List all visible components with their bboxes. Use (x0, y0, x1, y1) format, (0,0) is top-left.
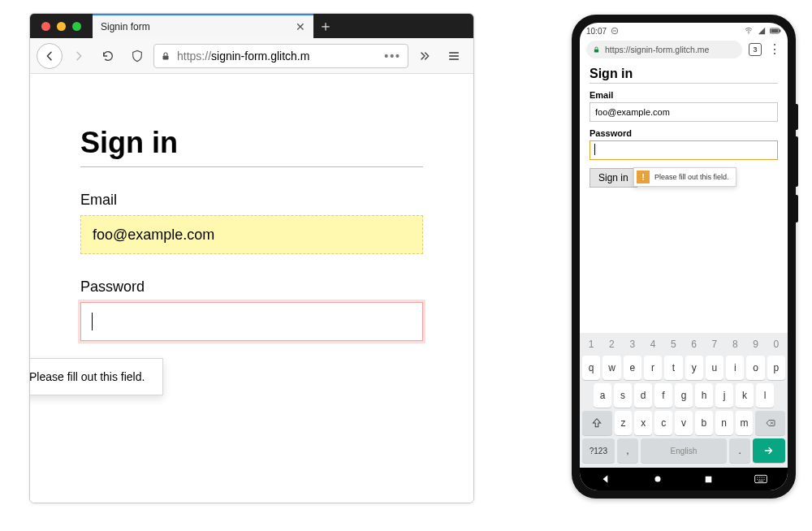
desktop-browser-window: Signin form ✕ ＋ https://signin-form.glit… (29, 13, 474, 503)
key-x[interactable]: x (634, 411, 652, 435)
mobile-url-text: https://signin-form.glitch.me (605, 45, 709, 54)
tab-close-icon[interactable]: ✕ (296, 21, 305, 32)
key-1[interactable]: 1 (582, 336, 600, 352)
page-title: Sign in (80, 126, 423, 167)
nav-recents-icon[interactable] (703, 474, 714, 485)
email-field[interactable] (80, 215, 423, 254)
email-label: Email (590, 90, 778, 100)
backspace-key[interactable] (755, 411, 785, 435)
key-s[interactable]: s (614, 383, 632, 408)
window-minimize-icon[interactable] (57, 22, 66, 31)
key-9[interactable]: 9 (746, 336, 764, 352)
symbols-key[interactable]: ?123 (582, 438, 615, 463)
key-4[interactable]: 4 (644, 336, 662, 352)
back-button[interactable] (37, 43, 63, 69)
key-2[interactable]: 2 (603, 336, 620, 352)
period-key[interactable]: . (729, 438, 750, 463)
svg-rect-0 (163, 55, 169, 59)
key-i[interactable]: i (726, 356, 744, 380)
key-6[interactable]: 6 (685, 336, 703, 352)
validation-tooltip: ! Please fill out this field. (633, 167, 736, 187)
lock-icon (593, 45, 600, 54)
key-5[interactable]: 5 (664, 336, 682, 352)
key-3[interactable]: 3 (624, 336, 641, 352)
url-bar[interactable]: https://signin-form.glitch.m ••• (153, 44, 408, 68)
text-caret-icon (594, 144, 595, 155)
page-actions-icon[interactable]: ••• (384, 50, 401, 63)
svg-rect-9 (755, 475, 767, 482)
comma-key[interactable]: , (617, 438, 638, 463)
svg-rect-5 (780, 30, 781, 32)
key-o[interactable]: o (746, 356, 764, 380)
phone-side-button (796, 136, 798, 187)
email-field[interactable] (590, 102, 778, 122)
mobile-chrome-bar: https://signin-form.glitch.me 3 ⋮ (580, 39, 788, 63)
tracking-shield-icon[interactable] (124, 43, 150, 69)
warning-icon: ! (637, 171, 650, 183)
key-8[interactable]: 8 (726, 336, 744, 352)
svg-rect-4 (771, 29, 779, 32)
password-label: Password (80, 278, 423, 296)
hamburger-menu-icon[interactable] (441, 43, 467, 69)
soft-keyboard: 1234567890 qwertyuiop asdfghjkl zxcvbnm … (580, 333, 788, 468)
key-t[interactable]: t (664, 356, 682, 380)
key-j[interactable]: j (715, 383, 733, 408)
lock-icon (161, 50, 171, 62)
validation-message: Please fill out this field. (29, 370, 145, 383)
page-title: Sign in (590, 67, 778, 84)
window-zoom-icon[interactable] (72, 22, 81, 31)
nav-home-icon[interactable] (652, 473, 663, 485)
key-7[interactable]: 7 (706, 336, 723, 352)
key-q[interactable]: q (582, 356, 600, 380)
key-n[interactable]: n (715, 411, 733, 435)
sign-in-button[interactable]: Sign in (590, 168, 637, 188)
nav-back-icon[interactable] (600, 473, 611, 485)
key-e[interactable]: e (624, 356, 641, 380)
svg-rect-6 (594, 50, 598, 53)
password-field[interactable] (80, 302, 423, 341)
password-field[interactable] (590, 140, 778, 160)
phone-frame: 10:07 ht (572, 15, 796, 499)
key-a[interactable]: a (594, 383, 611, 408)
password-label: Password (590, 128, 778, 138)
cell-signal-icon (757, 27, 767, 35)
key-r[interactable]: r (644, 356, 662, 380)
space-key[interactable]: English (641, 438, 727, 463)
key-b[interactable]: b (695, 411, 713, 435)
tab-count-button[interactable]: 3 (749, 43, 762, 56)
mobile-url-bar[interactable]: https://signin-form.glitch.me (586, 41, 742, 58)
enter-key[interactable] (753, 438, 785, 463)
shift-key[interactable] (582, 411, 612, 435)
key-y[interactable]: y (685, 356, 703, 380)
phone-side-button (796, 104, 798, 130)
key-0[interactable]: 0 (767, 336, 785, 352)
nav-keyboard-icon[interactable] (754, 474, 767, 484)
browser-tab[interactable]: Signin form ✕ (93, 14, 313, 38)
key-f[interactable]: f (654, 383, 672, 408)
email-label: Email (80, 192, 423, 209)
key-d[interactable]: d (634, 383, 652, 408)
status-time: 10:07 (586, 27, 607, 36)
key-z[interactable]: z (615, 411, 633, 435)
forward-button[interactable] (66, 43, 92, 69)
reload-button[interactable] (95, 43, 121, 69)
key-g[interactable]: g (675, 383, 693, 408)
window-close-icon[interactable] (41, 22, 50, 31)
key-h[interactable]: h (695, 383, 713, 408)
tab-title: Signin form (101, 21, 150, 32)
key-w[interactable]: w (603, 356, 620, 380)
key-u[interactable]: u (706, 356, 723, 380)
new-tab-button[interactable]: ＋ (313, 14, 338, 38)
key-c[interactable]: c (654, 411, 672, 435)
page-content: Sign in Email Password Please fill out t… (30, 74, 473, 503)
validation-message: Please fill out this field. (654, 173, 729, 181)
key-k[interactable]: k (736, 383, 754, 408)
overflow-chevrons-icon[interactable] (412, 43, 438, 69)
key-v[interactable]: v (675, 411, 693, 435)
wifi-icon (744, 27, 754, 35)
kebab-menu-icon[interactable]: ⋮ (768, 43, 781, 56)
key-p[interactable]: p (767, 356, 785, 380)
key-m[interactable]: m (736, 411, 754, 435)
key-l[interactable]: l (756, 383, 774, 408)
tab-strip: Signin form ✕ ＋ (30, 14, 473, 38)
